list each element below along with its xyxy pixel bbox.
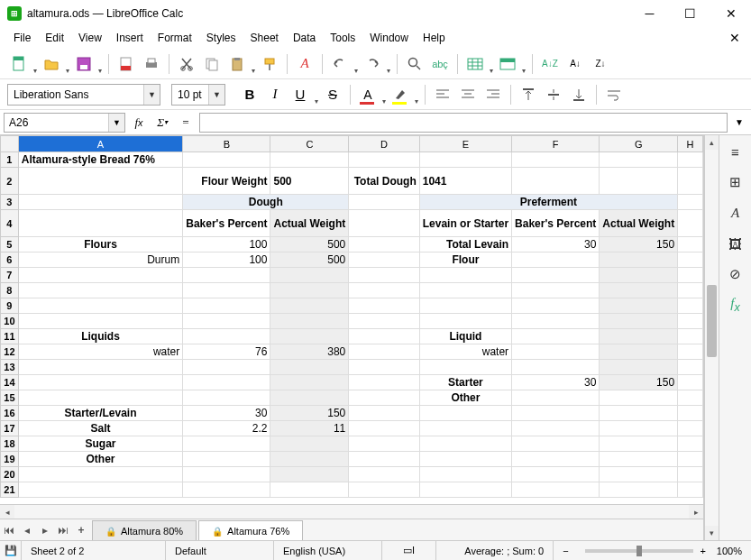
menu-data[interactable]: Data <box>287 30 322 46</box>
zoom-level[interactable]: 100% <box>706 541 751 560</box>
select-all-corner[interactable] <box>1 136 19 152</box>
wrap-text-button[interactable] <box>602 83 626 106</box>
row-header[interactable]: 11 <box>1 329 19 344</box>
navigator-icon[interactable]: ⊘ <box>724 263 747 285</box>
copy-button[interactable] <box>200 52 224 76</box>
italic-button[interactable]: I <box>263 83 287 106</box>
row-header[interactable]: 20 <box>1 467 19 482</box>
cell[interactable]: Flour Weight <box>183 168 270 195</box>
export-pdf-button[interactable] <box>114 52 138 76</box>
close-document-button[interactable]: ✕ <box>726 31 744 45</box>
col-header-H[interactable]: H <box>678 136 703 152</box>
cell[interactable]: Preferment <box>419 195 677 210</box>
sort-button[interactable]: A↓Z <box>538 52 562 76</box>
name-box-dropdown-icon[interactable]: ▼ <box>108 114 124 132</box>
font-size-dropdown-icon[interactable]: ▼ <box>208 85 224 105</box>
redo-button[interactable] <box>361 52 384 76</box>
tab-next-button[interactable]: ▸ <box>36 521 54 539</box>
menu-help[interactable]: Help <box>417 30 452 46</box>
styles-icon[interactable]: A <box>724 202 747 224</box>
scroll-thumb[interactable] <box>707 285 717 357</box>
menu-tools[interactable]: Tools <box>324 30 362 46</box>
save-status-icon[interactable]: 💾 <box>0 541 22 560</box>
formula-button[interactable]: = <box>176 113 196 133</box>
language[interactable]: English (USA) <box>274 541 382 560</box>
cell[interactable]: Flours <box>18 237 182 252</box>
tab-last-button[interactable]: ⏭ <box>54 521 72 539</box>
zoom-out-button[interactable]: − <box>554 541 577 560</box>
cell[interactable]: Total Levain <box>419 237 511 252</box>
highlight-button[interactable] <box>389 83 412 106</box>
new-button[interactable] <box>7 52 31 76</box>
col-header-D[interactable]: D <box>349 136 419 152</box>
clear-formatting-button[interactable]: A <box>293 52 316 76</box>
menu-edit[interactable]: Edit <box>39 30 70 46</box>
font-name-dropdown-icon[interactable]: ▼ <box>143 85 160 105</box>
cell[interactable]: 150 <box>270 406 349 421</box>
row-header[interactable]: 15 <box>1 390 19 406</box>
row-header[interactable]: 9 <box>1 298 19 314</box>
cell[interactable]: 380 <box>270 344 349 360</box>
row-header[interactable]: 4 <box>1 210 19 237</box>
print-button[interactable] <box>140 52 163 76</box>
menu-file[interactable]: File <box>7 30 37 46</box>
cell[interactable]: Liquid <box>419 329 511 344</box>
col-header-E[interactable]: E <box>419 136 511 152</box>
menu-window[interactable]: Window <box>363 30 415 46</box>
menu-view[interactable]: View <box>72 30 108 46</box>
zoom-slider[interactable] <box>585 549 693 553</box>
row-header[interactable]: 2 <box>1 168 19 195</box>
cell[interactable]: 150 <box>600 375 678 390</box>
add-sheet-button[interactable]: + <box>72 521 90 539</box>
cell[interactable]: 100 <box>183 237 270 252</box>
row-header[interactable]: 19 <box>1 452 19 467</box>
undo-button[interactable] <box>328 52 352 76</box>
cell[interactable]: water <box>419 344 511 360</box>
cell[interactable]: Starter/Levain <box>18 406 182 421</box>
formula-input[interactable] <box>199 113 728 133</box>
expand-formula-button[interactable]: ▼ <box>731 113 747 133</box>
bold-button[interactable]: B <box>238 83 261 106</box>
maximize-button[interactable]: ☐ <box>670 0 710 27</box>
cell[interactable]: 500 <box>270 252 349 268</box>
spreadsheet-grid[interactable]: A B C D E F G H 1Altamura-style Bread 76… <box>0 135 703 504</box>
cell[interactable]: 30 <box>512 375 600 390</box>
cell[interactable]: Total Dough <box>349 168 419 195</box>
row-button[interactable] <box>463 52 487 76</box>
row-header[interactable]: 5 <box>1 237 19 252</box>
sum-button[interactable]: Σ▾ <box>152 113 172 133</box>
align-middle-button[interactable] <box>542 83 565 106</box>
row-header[interactable]: 6 <box>1 252 19 268</box>
cell[interactable]: 11 <box>270 421 349 436</box>
sort-desc-button[interactable]: Z↓ <box>589 52 612 76</box>
row-header[interactable]: 17 <box>1 421 19 436</box>
cell[interactable]: Durum <box>18 252 182 268</box>
menu-format[interactable]: Format <box>151 30 198 46</box>
font-name-input[interactable] <box>8 87 143 103</box>
cell[interactable]: 1041 <box>419 168 511 195</box>
properties-icon[interactable]: ⊞ <box>724 171 747 193</box>
insert-mode[interactable]: ▭I <box>382 541 436 560</box>
find-button[interactable] <box>403 52 426 76</box>
cell[interactable]: Flour <box>419 252 511 268</box>
cell[interactable]: Sugar <box>18 436 182 452</box>
open-button[interactable] <box>40 52 63 76</box>
row-header[interactable]: 7 <box>1 268 19 283</box>
align-right-button[interactable] <box>481 83 505 106</box>
col-header-C[interactable]: C <box>270 136 349 152</box>
cell[interactable]: Starter <box>419 375 511 390</box>
cell[interactable]: Altamura-style Bread 76% <box>18 152 182 168</box>
font-color-button[interactable]: A <box>356 83 380 106</box>
row-header[interactable]: 10 <box>1 314 19 329</box>
row-header[interactable]: 13 <box>1 360 19 375</box>
cut-button[interactable] <box>175 52 198 76</box>
col-header-B[interactable]: B <box>183 136 270 152</box>
row-header[interactable]: 3 <box>1 195 19 210</box>
cell[interactable]: Levain or Starter <box>419 210 511 237</box>
horizontal-scrollbar[interactable]: ◂▸ <box>0 504 703 519</box>
col-header-G[interactable]: G <box>600 136 678 152</box>
row-header[interactable]: 8 <box>1 283 19 298</box>
cell[interactable]: Dough <box>183 195 349 210</box>
page-style[interactable]: Default <box>166 541 274 560</box>
col-header-A[interactable]: A <box>18 136 182 152</box>
